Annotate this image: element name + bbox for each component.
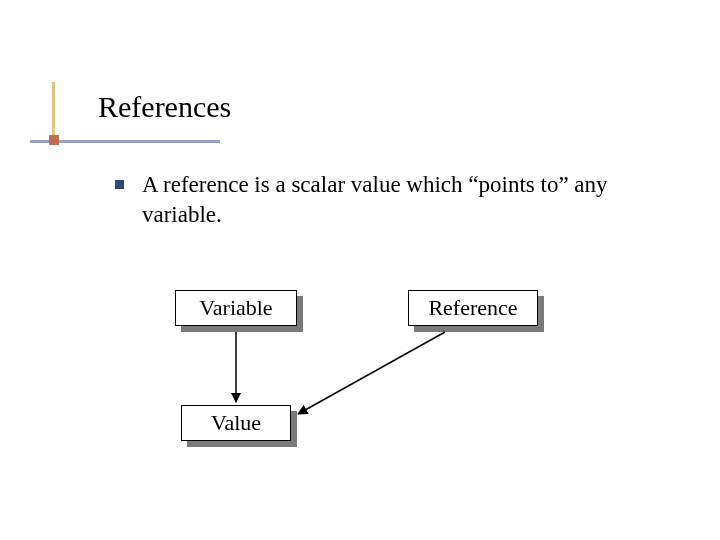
bullet-square-icon: [115, 180, 124, 189]
slide-title: References: [98, 90, 231, 124]
bullet-item: A reference is a scalar value which “poi…: [115, 170, 670, 230]
bullet-text: A reference is a scalar value which “poi…: [142, 170, 670, 230]
box-reference-label: Reference: [408, 290, 538, 326]
arrows: [0, 0, 720, 540]
box-value: Value: [181, 405, 291, 441]
box-variable: Variable: [175, 290, 297, 326]
box-reference: Reference: [408, 290, 538, 326]
arrow-reference-to-value: [298, 332, 445, 414]
box-value-label: Value: [181, 405, 291, 441]
box-variable-label: Variable: [175, 290, 297, 326]
slide: References A reference is a scalar value…: [0, 0, 720, 540]
